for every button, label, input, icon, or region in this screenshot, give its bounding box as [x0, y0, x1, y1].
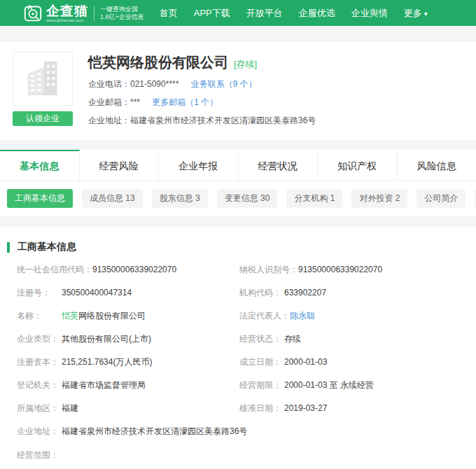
tab-risk-info[interactable]: 风险信息: [398, 150, 476, 181]
company-summary-card: 认领企业 恺英网络股份有限公司 [存续] 企业电话：021-5090**** 业…: [0, 42, 476, 140]
field-value: 633902207: [284, 288, 326, 298]
company-name: 恺英网络股份有限公司: [88, 53, 228, 72]
field-label: 经营范围：: [17, 449, 462, 461]
tab-annual-report[interactable]: 企业年报: [159, 150, 239, 181]
nav-more[interactable]: 更多▾: [404, 7, 428, 20]
company-name-value: 恺英网络股份有限公司: [62, 311, 146, 321]
cat-logo-icon: [24, 4, 42, 22]
company-phone-line: 企业电话：021-5090**** 业务联系（9 个）: [88, 78, 316, 90]
field-value: 福建: [62, 403, 78, 414]
field-value: 215,251.7634(万人民币): [62, 357, 152, 368]
subtab-company-profile[interactable]: 公司简介: [416, 189, 465, 208]
status-badge: [存续]: [234, 58, 257, 71]
field-label: 法定代表人：: [239, 311, 290, 321]
nav-enterprise-services[interactable]: 企服优选: [299, 7, 335, 20]
field-label: 成立日期：: [239, 357, 284, 368]
field-label: 名称：: [17, 311, 62, 321]
field-value: 913500006339022070: [298, 265, 382, 275]
section-title: 工商基本信息: [18, 241, 76, 253]
field-label: 机构代码：: [239, 288, 284, 298]
field-label: 企业类型：: [17, 334, 62, 344]
field-value: 350500400047314: [62, 288, 132, 298]
nav-company-sentiment[interactable]: 企业舆情: [351, 7, 388, 20]
field-value: 存续: [284, 334, 301, 344]
field-label: 登记机关：: [17, 380, 62, 391]
keyword-highlight: 恺英: [62, 311, 78, 321]
section-accent-bar: [7, 242, 10, 253]
company-logo-placeholder: [13, 52, 73, 106]
brand-url: www.qichamao.com: [46, 18, 88, 22]
field-label: 核准日期：: [239, 403, 284, 414]
subtab-investments[interactable]: 对外投资 2: [351, 189, 407, 208]
table-row: 注册资本：215,251.7634(万人民币) 成立日期：2000-01-03: [17, 357, 462, 368]
field-label: 注册资本：: [17, 357, 62, 368]
field-label: 经营状态：: [239, 334, 284, 344]
brand-name: 企查猫: [46, 4, 88, 18]
business-scope: 经营范围： 计算机领域内的技术开发、技术转让、技术咨询、技术服务，计算机软硬件（…: [7, 449, 462, 469]
field-label: 所属地区：: [17, 403, 62, 414]
field-label: 纳税人识别号：: [239, 265, 298, 275]
table-row: 统一社会信用代码：913500006339022070 纳税人识别号：91350…: [17, 265, 462, 275]
subtab-business-basic-info[interactable]: 工商基本信息: [7, 189, 73, 208]
table-row: 登记机关：福建省市场监督管理局 经营期限：2000-01-03 至 永续经营: [17, 380, 462, 391]
legal-representative-link[interactable]: 陈永聪: [290, 311, 315, 321]
business-info-card: 工商基本信息 统一社会信用代码：913500006339022070 纳税人识别…: [0, 227, 476, 469]
main-nav: 首页 APP下载 开放平台 企服优选 企业舆情 更多▾: [160, 7, 444, 20]
company-address-line: 企业地址：福建省泉州市经济技术开发区清濛园区美泰路36号: [88, 115, 316, 127]
nav-home[interactable]: 首页: [160, 7, 178, 20]
field-value: 福建省泉州市经济技术开发区清濛园区美泰路36号: [62, 426, 247, 437]
field-value: 其他股份有限公司(上市): [62, 334, 151, 344]
subtab-changes[interactable]: 变更信息 30: [217, 189, 278, 208]
subtab-branches[interactable]: 分支机构 1: [286, 189, 342, 208]
divider: [94, 6, 94, 21]
tab-intellectual-property[interactable]: 知识产权: [318, 150, 398, 181]
business-contact-link[interactable]: 业务联系（9 个）: [191, 79, 257, 89]
field-label: 注册号：: [17, 288, 62, 298]
more-email-link[interactable]: 更多邮箱（1 个）: [152, 97, 218, 107]
table-row: 所属地区：福建 核准日期：2019-03-27: [17, 403, 462, 414]
table-row: 名称：恺英网络股份有限公司 法定代表人：陈永聪: [17, 311, 462, 321]
field-value: 福建省市场监督管理局: [62, 380, 146, 391]
qichamao-logo[interactable]: 企查猫 www.qichamao.com: [24, 4, 88, 22]
company-email-line: 企业邮箱：*** 更多邮箱（1 个）: [88, 97, 316, 108]
table-row: 企业类型：其他股份有限公司(上市) 经营状态：存续: [17, 334, 462, 344]
field-value: 2000-01-03: [284, 357, 327, 368]
sub-tabs: 工商基本信息 成员信息 13 股东信息 3 变更信息 30 分支机构 1 对外投…: [0, 181, 476, 216]
nav-app-download[interactable]: APP下载: [194, 7, 230, 20]
field-value: 913500006339022070: [92, 265, 176, 275]
table-row: 企业地址：福建省泉州市经济技术开发区清濛园区美泰路36号: [17, 426, 462, 437]
subtab-shareholders[interactable]: 股东信息 3: [152, 189, 208, 208]
field-label: 经营期限：: [239, 380, 284, 391]
main-tabs: 基本信息 经营风险 企业年报 经营状况 知识产权 风险信息: [0, 150, 476, 181]
tab-section: 基本信息 经营风险 企业年报 经营状况 知识产权 风险信息 工商基本信息 成员信…: [0, 150, 476, 216]
top-header: 企查猫 www.qichamao.com 一键查询全国 1.6亿+企业信息 首页…: [0, 0, 476, 26]
tab-operating-risk[interactable]: 经营风险: [80, 150, 160, 181]
field-label: 企业地址：: [17, 426, 62, 437]
subtab-members[interactable]: 成员信息 13: [82, 189, 143, 208]
tab-operating-status[interactable]: 经营状况: [239, 150, 318, 181]
brand-tagline: 一键查询全国 1.6亿+企业信息: [100, 6, 144, 21]
table-row: 注册号：350500400047314 机构代码：633902207: [17, 288, 462, 298]
field-label: 统一社会信用代码：: [17, 265, 92, 275]
chevron-down-icon: ▾: [424, 10, 428, 18]
field-value: 2000-01-03 至 永续经营: [284, 380, 374, 391]
tab-basic-info[interactable]: 基本信息: [0, 150, 80, 181]
building-icon: [21, 59, 64, 99]
nav-open-platform[interactable]: 开放平台: [246, 7, 283, 20]
claim-company-button[interactable]: 认领企业: [13, 111, 73, 126]
field-value: 2019-03-27: [284, 403, 327, 414]
